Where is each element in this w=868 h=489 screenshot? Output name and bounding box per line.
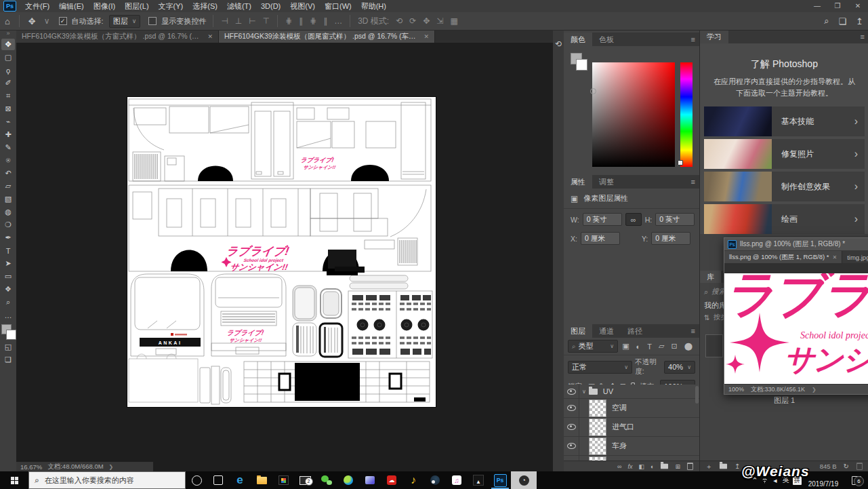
panel-menu-icon[interactable]: ≡ xyxy=(691,33,699,46)
menu-layer[interactable]: 图层(L) xyxy=(120,0,153,12)
eyedropper-tool[interactable]: ⌁ xyxy=(1,116,15,128)
tab-swatches[interactable]: 色板 xyxy=(592,33,621,46)
home-icon[interactable]: ⌂ xyxy=(0,16,15,26)
filter-type-layers-icon[interactable]: T xyxy=(644,343,655,351)
show-transform-checkbox[interactable] xyxy=(148,17,157,25)
eraser-tool[interactable]: ▱ xyxy=(1,180,15,192)
y-field[interactable]: 0 厘米 xyxy=(651,232,690,245)
menu-view[interactable]: 视图(V) xyxy=(285,0,320,12)
close-button[interactable]: ✕ xyxy=(848,0,868,12)
tab-adjustments[interactable]: 调整 xyxy=(592,175,621,189)
menu-file[interactable]: 文件(F) xyxy=(20,0,54,12)
marquee-tool[interactable]: ▢ xyxy=(1,52,15,63)
tab-paths[interactable]: 路径 xyxy=(621,324,649,338)
ms-store-button[interactable] xyxy=(272,471,294,489)
tab-layers[interactable]: 图层 xyxy=(564,324,592,338)
collapse-icon[interactable]: » xyxy=(6,30,9,38)
upload-icon[interactable]: ↥ xyxy=(735,463,740,470)
blend-mode-dropdown[interactable]: 正常 ∨ xyxy=(568,361,632,374)
tab-color[interactable]: 颜色 xyxy=(564,33,592,46)
photoshop-taskbar-button[interactable]: Ps xyxy=(489,471,511,489)
panel-menu-icon[interactable]: ≡ xyxy=(691,324,699,338)
layer-thumbnail[interactable] xyxy=(589,399,606,417)
learn-card-painting[interactable]: 绘画 › xyxy=(704,204,865,234)
height-field[interactable]: 0 英寸 xyxy=(655,213,695,226)
float-zoom-level[interactable]: 100% xyxy=(728,386,744,393)
layer-row[interactable]: 车身 xyxy=(564,437,699,456)
floating-window-titlebar[interactable]: Ps llss.png @ 100% (图层 1, RGB/8) * xyxy=(724,238,868,251)
new-layer-icon[interactable]: ⊞ xyxy=(675,463,680,470)
share-icon[interactable]: ↥ xyxy=(851,16,868,26)
taskbar-search-input[interactable] xyxy=(43,475,168,485)
delete-layer-icon[interactable] xyxy=(687,463,693,469)
3d-slide-icon[interactable]: ⇲ xyxy=(433,16,447,26)
blur-tool[interactable]: ◍ xyxy=(1,206,15,218)
frame-tool[interactable]: ⊠ xyxy=(1,103,15,115)
link-layers-icon[interactable]: ∞ xyxy=(617,463,621,470)
healing-brush-tool[interactable]: ✚ xyxy=(1,129,15,140)
screen-mode-icon[interactable]: ❏ xyxy=(1,354,15,366)
shape-tool[interactable]: ▭ xyxy=(1,271,15,282)
document-tab-1[interactable]: HFF6104GK39涂装模板（方窗式样） .psd @ 16.7% (车身凹线… xyxy=(16,30,219,43)
new-library-group-icon[interactable] xyxy=(720,464,727,469)
align-right-icon[interactable]: ⊢ xyxy=(245,16,259,26)
document-tab-2[interactable]: HFF6104GK39涂装模板（圆尾窗式样） .psd @ 16.7% (车窗部… xyxy=(219,30,435,43)
tab-learn[interactable]: 学习 xyxy=(700,30,728,43)
quick-mask-icon[interactable]: ◱ xyxy=(1,341,15,353)
document-canvas[interactable]: ラブライブ! サンシャイン!! ラブライブ! School idol p xyxy=(127,97,436,407)
adjustment-layer-icon[interactable]: ◐ xyxy=(650,463,654,470)
new-group-icon[interactable] xyxy=(661,464,668,469)
edge-button[interactable]: e xyxy=(229,471,251,489)
menu-3d[interactable]: 3D(D) xyxy=(256,0,285,12)
workspace-switcher-icon[interactable]: ❏ xyxy=(833,16,851,26)
add-mask-icon[interactable]: ◧ xyxy=(639,463,645,470)
align-center-icon[interactable]: ⊥ xyxy=(232,16,245,26)
quick-selection-tool[interactable]: ✐ xyxy=(1,77,15,89)
distribute-icon-2[interactable]: ∥ xyxy=(295,16,306,26)
start-button[interactable] xyxy=(0,471,28,489)
type-tool[interactable]: T xyxy=(1,245,15,256)
visibility-toggle[interactable] xyxy=(564,437,579,455)
qq-music-button[interactable]: ♪ xyxy=(402,471,424,489)
status-chevron-icon[interactable]: ❯ xyxy=(812,387,817,393)
menu-image[interactable]: 图像(I) xyxy=(89,0,120,12)
tab-channels[interactable]: 通道 xyxy=(592,324,621,338)
distribute-icon-3[interactable]: ⋕ xyxy=(306,16,320,26)
opacity-field[interactable]: 40% ∨ xyxy=(664,361,695,374)
group-expand-caret[interactable]: ∨ xyxy=(579,389,589,395)
menu-filter[interactable]: 滤镜(T) xyxy=(222,0,256,12)
tab-properties[interactable]: 属性 xyxy=(564,175,592,189)
filter-adjustment-layers-icon[interactable]: ◐ xyxy=(634,343,644,351)
move-tool-preset-icon[interactable]: ✥ xyxy=(24,16,41,26)
learn-card-retouch[interactable]: 修复照片 › xyxy=(704,139,865,169)
restore-button[interactable]: ❐ xyxy=(827,0,848,12)
auto-select-checkbox[interactable]: ✓ xyxy=(59,17,67,25)
menu-help[interactable]: 帮助(H) xyxy=(356,0,391,12)
float-tab-1[interactable]: llss.png @ 100% (图层 1, RGB/8) * ✕ xyxy=(724,251,842,263)
lasso-tool[interactable]: ϙ xyxy=(1,64,15,76)
distribute-icon-1[interactable]: ⋕ xyxy=(282,16,295,26)
link-dimensions-icon[interactable]: ∞ xyxy=(625,213,642,226)
more-options-icon[interactable]: … xyxy=(331,16,346,26)
delete-library-item-icon[interactable] xyxy=(856,463,863,469)
floating-window-canvas[interactable]: ラブライブ! School idol project サンシャイン!! xyxy=(724,273,868,385)
itunes-button[interactable]: ♫ xyxy=(446,471,468,489)
edit-toolbar-icon[interactable]: … xyxy=(1,309,15,321)
3d-scale-icon[interactable]: ▦ xyxy=(447,16,461,26)
menu-type[interactable]: 文字(Y) xyxy=(154,0,188,12)
creative-cloud-button[interactable]: ☁ xyxy=(381,471,402,489)
width-field[interactable]: 0 英寸 xyxy=(583,213,622,226)
brush-tool[interactable]: ✎ xyxy=(1,142,15,153)
history-panel-icon[interactable]: ⟲ xyxy=(553,30,564,49)
panel-menu-icon[interactable]: ≡ xyxy=(861,30,868,43)
add-element-icon[interactable]: ＋ xyxy=(705,462,712,471)
zoom-tool[interactable]: ⌕ xyxy=(1,296,15,308)
pen-tool[interactable]: ✒ xyxy=(1,232,15,243)
3d-roll-icon[interactable]: ⟳ xyxy=(406,16,419,26)
layer-row[interactable]: 进气口 xyxy=(564,418,699,437)
color-picker-marker[interactable] xyxy=(590,88,596,94)
search-icon[interactable]: ⌕ xyxy=(819,16,833,26)
background-color-swatch[interactable] xyxy=(576,59,587,71)
history-brush-tool[interactable]: ↶ xyxy=(1,168,15,179)
menu-edit[interactable]: 编辑(E) xyxy=(54,0,89,12)
